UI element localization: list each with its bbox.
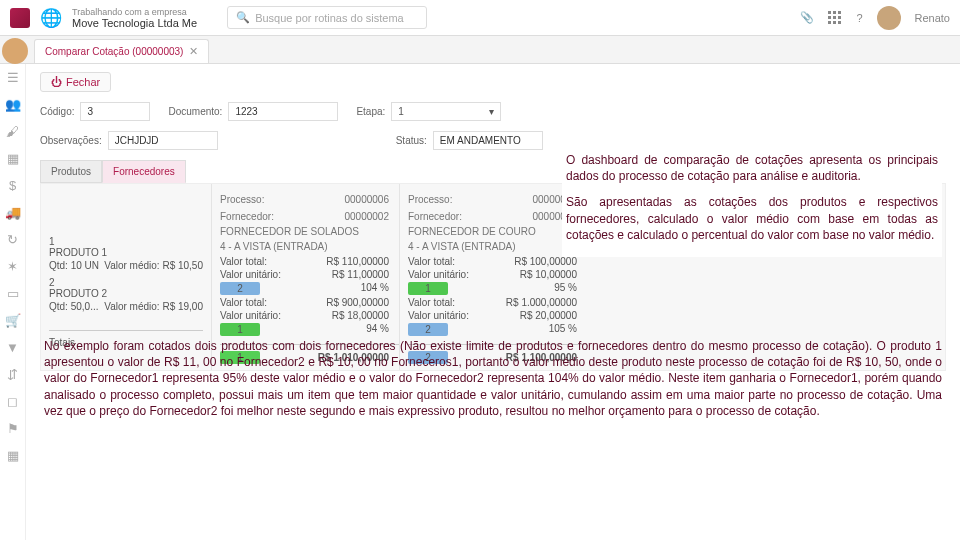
tab-title: Comparar Cotação (00000003) xyxy=(45,46,183,57)
search-placeholder: Busque por rotinas do sistema xyxy=(255,12,404,24)
observacoes-field[interactable] xyxy=(108,131,218,150)
calendar-icon[interactable]: ▦ xyxy=(7,151,19,166)
users-icon[interactable]: 👥 xyxy=(5,97,21,112)
user-name: Renato xyxy=(915,12,950,24)
tab-comparar-cotacao[interactable]: Comparar Cotação (00000003) ✕ xyxy=(34,39,209,63)
observacoes-label: Observações: xyxy=(40,135,102,146)
cart-icon[interactable]: 🛒 xyxy=(5,313,21,328)
grid-nav-icon[interactable]: ▦ xyxy=(7,448,19,463)
callout-p1: O dashboard de comparação de cotações ap… xyxy=(566,152,938,184)
etapa-select[interactable]: 1▾ xyxy=(391,102,501,121)
company-name: Move Tecnologia Ltda Me xyxy=(72,17,197,29)
close-label: Fechar xyxy=(66,76,100,88)
rank-badge: 1 xyxy=(408,282,448,295)
product-row: 2 PRODUTO 2 Qtd: 50,0...Valor médio: R$ … xyxy=(49,277,203,312)
status-field[interactable] xyxy=(433,131,543,150)
close-button[interactable]: ⏻ Fechar xyxy=(40,72,111,92)
company-selector[interactable]: Trabalhando com a empresa Move Tecnologi… xyxy=(72,7,197,29)
card-icon[interactable]: ▭ xyxy=(7,286,19,301)
documento-label: Documento: xyxy=(168,106,222,117)
etapa-label: Etapa: xyxy=(356,106,385,117)
apps-grid-icon[interactable] xyxy=(828,11,842,25)
chevron-down-icon: ▾ xyxy=(489,106,494,117)
topbar: 🌐 Trabalhando com a empresa Move Tecnolo… xyxy=(0,0,960,36)
help-icon[interactable]: ? xyxy=(856,12,862,24)
menu-icon[interactable]: ☰ xyxy=(7,70,19,85)
avatar[interactable] xyxy=(877,6,901,30)
callout-p2: São apresentadas as cotações dos produto… xyxy=(566,194,938,243)
documento-field[interactable] xyxy=(228,102,338,121)
search-input[interactable]: 🔍 Busque por rotinas do sistema xyxy=(227,6,427,29)
app-logo-icon xyxy=(10,8,30,28)
paperclip-icon[interactable]: 📎 xyxy=(800,11,814,24)
form-row-1: Código: Documento: Etapa:1▾ xyxy=(40,102,946,121)
rank-badge: 1 xyxy=(220,323,260,336)
codigo-label: Código: xyxy=(40,106,74,117)
callout-box: O dashboard de comparação de cotações ap… xyxy=(562,148,942,257)
company-label: Trabalhando com a empresa xyxy=(72,7,197,17)
explanation-text: No exemplo foram cotados dois produtos c… xyxy=(44,338,942,419)
search-icon: 🔍 xyxy=(236,11,250,24)
tab-fornecedores[interactable]: Fornecedores xyxy=(102,160,186,183)
note-icon[interactable]: ◻ xyxy=(7,394,18,409)
rank-badge: 2 xyxy=(220,282,260,295)
money-icon[interactable]: $ xyxy=(9,178,16,193)
rank-badge: 2 xyxy=(408,323,448,336)
paint-icon[interactable]: 🖌 xyxy=(6,124,19,139)
power-icon: ⏻ xyxy=(51,76,62,88)
truck-icon[interactable]: 🚚 xyxy=(5,205,21,220)
sidebar: ☰ 👥 🖌 ▦ $ 🚚 ↻ ✶ ▭ 🛒 ▼ ⇵ ◻ ⚑ ▦ xyxy=(0,64,26,540)
refresh-icon[interactable]: ↻ xyxy=(7,232,18,247)
globe-icon[interactable]: 🌐 xyxy=(40,7,62,29)
sidebar-avatar[interactable] xyxy=(2,38,28,64)
tabstrip: Comparar Cotação (00000003) ✕ xyxy=(0,36,960,64)
tab-produtos[interactable]: Produtos xyxy=(40,160,102,183)
flag-icon[interactable]: ⚑ xyxy=(7,421,19,436)
close-icon[interactable]: ✕ xyxy=(189,45,198,58)
sort-icon[interactable]: ⇵ xyxy=(7,367,18,382)
chart-icon[interactable]: ✶ xyxy=(7,259,18,274)
codigo-field[interactable] xyxy=(80,102,150,121)
product-row: 1 PRODUTO 1 Qtd: 10 UNValor médio: R$ 10… xyxy=(49,236,203,271)
status-label: Status: xyxy=(396,135,427,146)
filter-icon[interactable]: ▼ xyxy=(6,340,19,355)
